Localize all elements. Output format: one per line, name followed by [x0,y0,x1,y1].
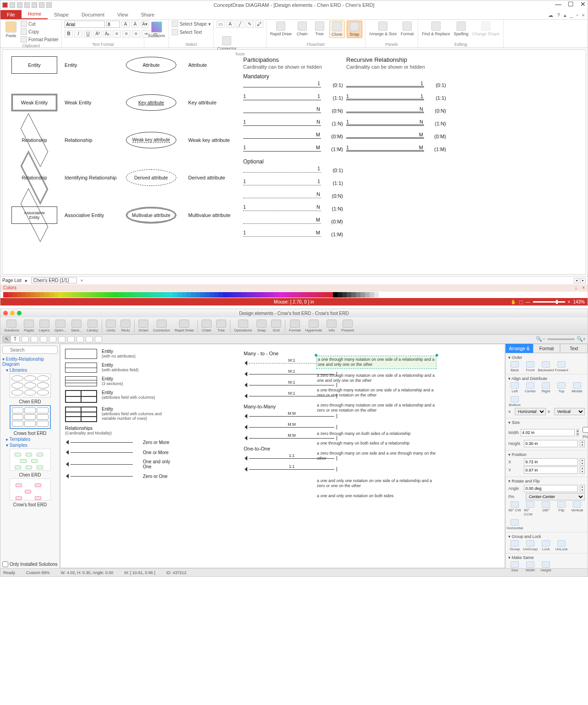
tool-text-icon[interactable]: A [226,21,234,28]
bold-button[interactable]: B [65,30,73,38]
sample-crows-foot-thumb[interactable] [10,478,51,500]
toolbar-chain[interactable]: Chain [200,320,213,332]
color-swatch[interactable] [292,292,296,298]
pin-select[interactable]: Center-Center [526,493,585,500]
rotate---button[interactable]: 180° [539,501,552,516]
color-swatch[interactable] [296,292,301,298]
entity-shape[interactable] [65,349,97,359]
entity-shape[interactable] [65,363,97,373]
color-swatch[interactable] [150,292,154,298]
tool-rect-icon[interactable]: ▭ [217,21,225,28]
close-button[interactable]: ✕ [580,0,586,8]
color-swatch[interactable] [145,292,150,298]
color-swatch[interactable] [191,292,196,298]
shrink-font-icon[interactable]: A [131,21,139,28]
color-swatch[interactable] [283,292,287,298]
tool-text2-icon[interactable]: T [11,336,19,342]
align-left-button[interactable]: Left [508,382,521,393]
toolbar-smart[interactable]: Smart [136,320,150,332]
font-select[interactable] [65,21,105,28]
participation-line[interactable]: 1N(1:N) [243,205,339,214]
color-swatch[interactable] [131,292,136,298]
tool-pointer-icon[interactable]: ↖ [3,336,11,342]
tool-fill-icon[interactable] [86,336,93,342]
italic-button[interactable]: I [74,30,82,38]
angle-stepper[interactable]: ▴▾ [580,485,585,492]
color-swatch[interactable] [246,292,250,298]
cardinality-line[interactable]: Zero or More [65,439,175,445]
chain-button[interactable]: Chain [294,21,310,37]
copy-button[interactable]: Copy [21,28,59,35]
color-swatch[interactable] [122,292,127,298]
color-swatch[interactable] [49,292,54,298]
tool-spline-icon[interactable] [58,336,65,342]
color-swatch[interactable] [360,292,365,298]
align-center-icon[interactable]: ≡ [122,30,131,38]
inspector-tab-text[interactable]: Text [560,344,588,353]
change-shape-button[interactable]: Change Shape [471,21,501,37]
snap-button[interactable]: Snap [347,21,362,38]
only-installed-checkbox[interactable]: Only Installed Solutions [2,561,58,567]
color-swatch[interactable] [40,292,44,298]
participation-line[interactable]: 1(0:1) [346,81,442,91]
grow-font-icon[interactable]: A [121,21,130,28]
color-swatch[interactable] [12,292,17,298]
color-swatch[interactable] [374,292,379,298]
shape-identifying-relationship[interactable]: Relationship [11,169,57,186]
participation-line[interactable]: 1M(1:M) [243,146,339,155]
color-swatch[interactable] [305,292,310,298]
tree-samples[interactable]: ▾ Samples [6,443,58,448]
group-group-button[interactable]: Group [508,540,521,551]
color-swatch[interactable] [99,292,104,298]
color-swatch[interactable] [301,292,305,298]
color-swatch[interactable] [319,292,324,298]
color-swatch[interactable] [86,292,90,298]
qat-undo-icon[interactable] [32,2,37,8]
color-swatch[interactable] [76,292,81,298]
superscript-button[interactable]: A² [93,30,102,38]
color-swatch[interactable] [310,292,315,298]
qat-open-icon[interactable] [17,2,22,8]
ribbon-min1-icon[interactable]: _ [570,12,573,18]
entity-shape[interactable] [65,376,97,386]
color-swatch[interactable] [287,292,292,298]
participation-line[interactable]: 11(1:1) [243,179,339,189]
participation-line[interactable]: N(0:N) [243,192,339,201]
order-front-button[interactable]: Front [524,361,537,372]
cloud-icon[interactable]: ☁ [548,12,553,18]
toolbar-open-[interactable]: Open... [53,320,68,332]
color-swatch[interactable] [81,292,86,298]
search-input[interactable] [2,346,58,354]
tab-shape[interactable]: Shape [48,10,75,19]
paste-button[interactable]: Paste [3,21,19,39]
angle-field[interactable] [524,485,578,492]
color-swatch[interactable] [347,292,351,298]
toolbar-undo[interactable]: Undo [104,320,118,332]
toolbar-connector[interactable]: Connector [151,320,172,332]
tool-pencil2-icon[interactable] [67,336,75,342]
shape-key-attribute[interactable]: Key attribute [126,94,176,111]
maximize-button[interactable]: ☐ [568,0,574,8]
status-icon1[interactable]: ✋ [511,299,516,304]
toolbar-layers[interactable]: Layers [37,320,52,332]
color-swatch[interactable] [182,292,186,298]
qat-redo-icon[interactable] [39,2,44,8]
color-swatch[interactable] [58,292,63,298]
color-swatch[interactable] [67,292,72,298]
color-swatch[interactable] [241,292,246,298]
ribbon-close-icon[interactable]: × [582,12,585,18]
subscript-button[interactable]: A₂ [103,30,111,38]
shape-multivalue-attribute[interactable]: Multivalue attribute [126,207,176,223]
participation-line[interactable]: 11(1:1) [346,94,442,103]
color-swatch[interactable] [365,292,370,298]
cardinality-line[interactable]: One or More [65,449,175,456]
participation-line[interactable]: N(0:N) [243,107,339,116]
order-back-button[interactable]: Back [508,361,521,372]
page-tab[interactable]: Chen's ERD (1/1) [31,277,77,283]
color-swatch[interactable] [223,292,228,298]
same-width-button[interactable]: Width [524,561,537,572]
align-top-button[interactable]: Top [555,382,568,393]
color-swatch[interactable] [196,292,200,298]
color-swatch[interactable] [269,292,273,298]
color-swatch[interactable] [95,292,99,298]
